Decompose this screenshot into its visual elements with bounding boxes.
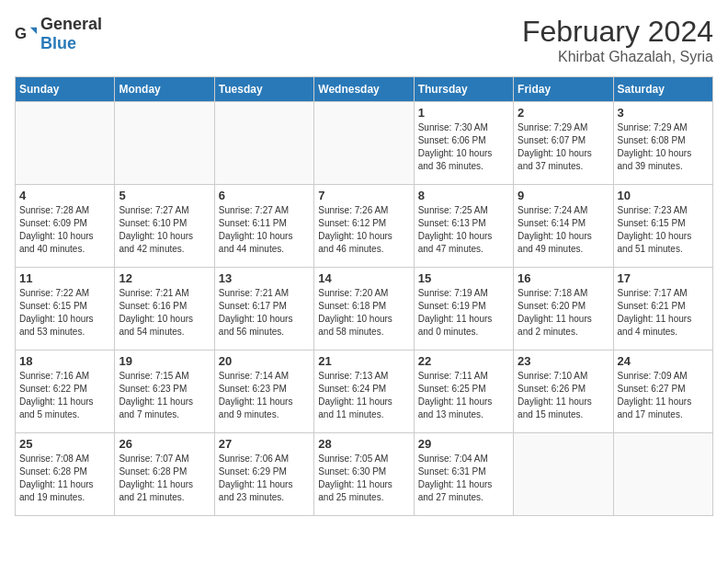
day-info: Sunrise: 7:14 AMSunset: 6:23 PMDaylight:… — [219, 370, 310, 421]
calendar-cell — [514, 433, 613, 516]
day-number: 17 — [618, 271, 709, 285]
day-number: 3 — [618, 106, 709, 120]
svg-marker-1 — [30, 28, 37, 34]
weekday-header-saturday: Saturday — [613, 77, 712, 102]
day-info: Sunrise: 7:22 AMSunset: 6:15 PMDaylight:… — [19, 287, 110, 339]
day-info: Sunrise: 7:17 AMSunset: 6:21 PMDaylight:… — [618, 287, 709, 339]
page-header: G General Blue February 2024 Khirbat Gha… — [15, 15, 713, 65]
week-row-4: 18Sunrise: 7:16 AMSunset: 6:22 PMDayligh… — [16, 350, 713, 433]
day-number: 23 — [518, 354, 609, 368]
calendar-cell: 13Sunrise: 7:21 AMSunset: 6:17 PMDayligh… — [214, 268, 313, 350]
calendar-cell: 12Sunrise: 7:21 AMSunset: 6:16 PMDayligh… — [115, 268, 214, 350]
calendar-cell: 14Sunrise: 7:20 AMSunset: 6:18 PMDayligh… — [314, 268, 414, 350]
calendar-cell: 21Sunrise: 7:13 AMSunset: 6:24 PMDayligh… — [314, 350, 414, 433]
day-number: 11 — [19, 271, 110, 285]
calendar-cell: 20Sunrise: 7:14 AMSunset: 6:23 PMDayligh… — [214, 350, 313, 433]
day-number: 10 — [618, 189, 709, 202]
week-row-3: 11Sunrise: 7:22 AMSunset: 6:15 PMDayligh… — [16, 268, 713, 350]
day-info: Sunrise: 7:27 AMSunset: 6:10 PMDaylight:… — [119, 204, 210, 256]
calendar-cell: 15Sunrise: 7:19 AMSunset: 6:19 PMDayligh… — [414, 268, 513, 350]
calendar-cell: 11Sunrise: 7:22 AMSunset: 6:15 PMDayligh… — [16, 268, 115, 350]
day-info: Sunrise: 7:13 AMSunset: 6:24 PMDaylight:… — [318, 370, 409, 421]
day-number: 7 — [318, 189, 409, 202]
day-number: 25 — [19, 437, 110, 451]
day-number: 19 — [119, 354, 210, 368]
calendar-cell — [214, 102, 313, 185]
day-info: Sunrise: 7:09 AMSunset: 6:27 PMDaylight:… — [618, 370, 709, 421]
calendar-cell — [314, 102, 414, 185]
day-info: Sunrise: 7:19 AMSunset: 6:19 PMDaylight:… — [418, 287, 509, 339]
day-number: 15 — [418, 271, 509, 285]
day-number: 18 — [19, 354, 110, 368]
weekday-header-thursday: Thursday — [414, 77, 513, 102]
calendar-cell — [613, 433, 712, 516]
day-number: 12 — [119, 271, 210, 285]
day-info: Sunrise: 7:04 AMSunset: 6:31 PMDaylight:… — [418, 453, 509, 504]
calendar-cell: 8Sunrise: 7:25 AMSunset: 6:13 PMDaylight… — [414, 185, 513, 268]
calendar-cell: 5Sunrise: 7:27 AMSunset: 6:10 PMDaylight… — [115, 185, 214, 268]
main-title: February 2024 — [522, 15, 713, 49]
calendar-cell: 18Sunrise: 7:16 AMSunset: 6:22 PMDayligh… — [16, 350, 115, 433]
weekday-header-sunday: Sunday — [16, 77, 115, 102]
calendar-cell: 26Sunrise: 7:07 AMSunset: 6:28 PMDayligh… — [115, 433, 214, 516]
day-number: 16 — [518, 271, 609, 285]
weekday-header-monday: Monday — [115, 77, 214, 102]
calendar-cell: 2Sunrise: 7:29 AMSunset: 6:07 PMDaylight… — [514, 102, 613, 185]
day-info: Sunrise: 7:07 AMSunset: 6:28 PMDaylight:… — [119, 453, 210, 504]
calendar-cell — [115, 102, 214, 185]
calendar-cell: 16Sunrise: 7:18 AMSunset: 6:20 PMDayligh… — [514, 268, 613, 350]
day-number: 1 — [418, 106, 509, 120]
calendar-cell: 19Sunrise: 7:15 AMSunset: 6:23 PMDayligh… — [115, 350, 214, 433]
day-info: Sunrise: 7:18 AMSunset: 6:20 PMDaylight:… — [518, 287, 609, 339]
day-info: Sunrise: 7:15 AMSunset: 6:23 PMDaylight:… — [119, 370, 210, 421]
day-info: Sunrise: 7:21 AMSunset: 6:16 PMDaylight:… — [119, 287, 210, 339]
logo-icon: G — [15, 23, 37, 45]
title-area: February 2024 Khirbat Ghazalah, Syria — [522, 15, 713, 65]
calendar-cell: 24Sunrise: 7:09 AMSunset: 6:27 PMDayligh… — [613, 350, 712, 433]
calendar-cell: 22Sunrise: 7:11 AMSunset: 6:25 PMDayligh… — [414, 350, 513, 433]
day-info: Sunrise: 7:25 AMSunset: 6:13 PMDaylight:… — [418, 204, 509, 256]
day-info: Sunrise: 7:28 AMSunset: 6:09 PMDaylight:… — [19, 204, 110, 256]
calendar-cell: 28Sunrise: 7:05 AMSunset: 6:30 PMDayligh… — [314, 433, 414, 516]
day-number: 8 — [418, 189, 509, 202]
day-info: Sunrise: 7:30 AMSunset: 6:06 PMDaylight:… — [418, 121, 509, 173]
calendar-cell: 17Sunrise: 7:17 AMSunset: 6:21 PMDayligh… — [613, 268, 712, 350]
day-number: 22 — [418, 354, 509, 368]
week-row-5: 25Sunrise: 7:08 AMSunset: 6:28 PMDayligh… — [16, 433, 713, 516]
day-number: 28 — [318, 437, 409, 451]
week-row-1: 1Sunrise: 7:30 AMSunset: 6:06 PMDaylight… — [16, 102, 713, 185]
day-info: Sunrise: 7:29 AMSunset: 6:07 PMDaylight:… — [518, 121, 609, 173]
day-number: 27 — [219, 437, 310, 451]
day-info: Sunrise: 7:23 AMSunset: 6:15 PMDaylight:… — [618, 204, 709, 256]
day-info: Sunrise: 7:29 AMSunset: 6:08 PMDaylight:… — [618, 121, 709, 173]
day-info: Sunrise: 7:11 AMSunset: 6:25 PMDaylight:… — [418, 370, 509, 421]
day-number: 21 — [318, 354, 409, 368]
day-number: 26 — [119, 437, 210, 451]
day-number: 29 — [418, 437, 509, 451]
calendar-cell: 23Sunrise: 7:10 AMSunset: 6:26 PMDayligh… — [514, 350, 613, 433]
calendar-table: SundayMondayTuesdayWednesdayThursdayFrid… — [15, 76, 713, 516]
day-info: Sunrise: 7:06 AMSunset: 6:29 PMDaylight:… — [219, 453, 310, 504]
svg-text:G: G — [15, 25, 27, 42]
weekday-header-tuesday: Tuesday — [214, 77, 313, 102]
day-number: 2 — [518, 106, 609, 120]
day-info: Sunrise: 7:05 AMSunset: 6:30 PMDaylight:… — [318, 453, 409, 504]
day-info: Sunrise: 7:24 AMSunset: 6:14 PMDaylight:… — [518, 204, 609, 256]
day-info: Sunrise: 7:16 AMSunset: 6:22 PMDaylight:… — [19, 370, 110, 421]
day-number: 13 — [219, 271, 310, 285]
weekday-header-wednesday: Wednesday — [314, 77, 414, 102]
logo-general: General — [40, 15, 102, 33]
weekday-header-row: SundayMondayTuesdayWednesdayThursdayFrid… — [16, 77, 713, 102]
calendar-cell: 3Sunrise: 7:29 AMSunset: 6:08 PMDaylight… — [613, 102, 712, 185]
calendar-cell: 1Sunrise: 7:30 AMSunset: 6:06 PMDaylight… — [414, 102, 513, 185]
calendar-cell: 25Sunrise: 7:08 AMSunset: 6:28 PMDayligh… — [16, 433, 115, 516]
weekday-header-friday: Friday — [514, 77, 613, 102]
calendar-cell: 6Sunrise: 7:27 AMSunset: 6:11 PMDaylight… — [214, 185, 313, 268]
day-number: 9 — [518, 189, 609, 202]
day-info: Sunrise: 7:20 AMSunset: 6:18 PMDaylight:… — [318, 287, 409, 339]
logo-blue: Blue — [40, 34, 76, 52]
calendar-cell: 7Sunrise: 7:26 AMSunset: 6:12 PMDaylight… — [314, 185, 414, 268]
calendar-cell: 10Sunrise: 7:23 AMSunset: 6:15 PMDayligh… — [613, 185, 712, 268]
day-number: 24 — [618, 354, 709, 368]
calendar-cell — [16, 102, 115, 185]
